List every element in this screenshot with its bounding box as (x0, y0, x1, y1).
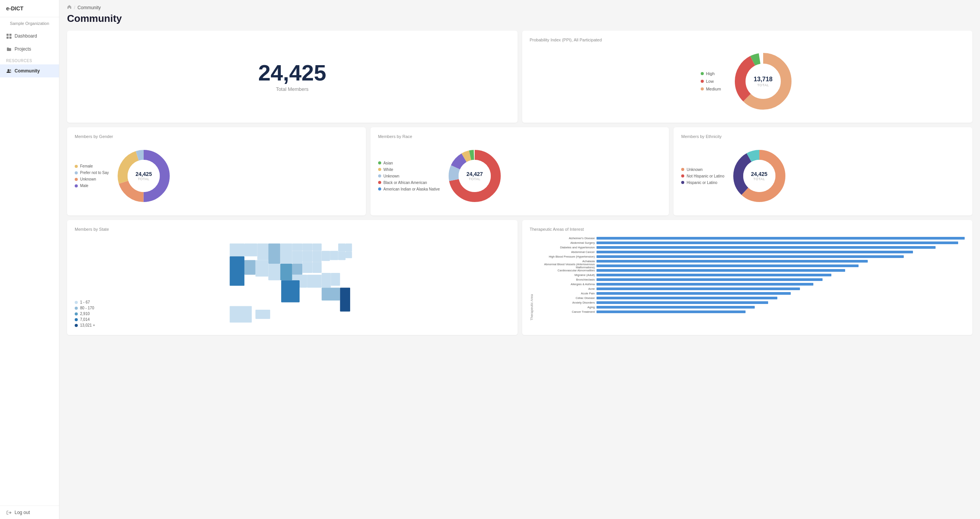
svg-rect-44 (322, 251, 330, 261)
resources-section-label: Resources (0, 56, 59, 64)
ppi-legend-medium: Medium (701, 87, 721, 91)
race-card: Members by Race Asian White Unknown (370, 127, 669, 215)
sidebar: e-DICT Sample Organization Dashboard Pro… (0, 0, 59, 519)
svg-rect-36 (302, 251, 312, 262)
ppi-legend-low: Low (701, 79, 721, 84)
ethnicity-legend: Unknown Not Hispanic or Latino Hispanic … (681, 168, 724, 185)
low-dot (701, 80, 704, 83)
gender-chart-area: Female Prefer not to Say Unknown Male (75, 143, 358, 209)
ppi-donut: 13,718 TOTAL (733, 51, 794, 112)
therapeutic-bar-label: Abnormal Blood Vessels (Arteriovenous Ma… (535, 263, 597, 269)
total-members-card: 24,425 Total Members (67, 31, 518, 123)
svg-rect-54 (307, 275, 321, 288)
svg-rect-3 (9, 36, 11, 39)
svg-rect-58 (230, 306, 252, 322)
therapeutic-bar-label: Cancer Treatment (535, 310, 597, 314)
therapeutic-bar-row: Migraine (Adult) (535, 273, 965, 277)
therapeutic-bar-label: Aging (535, 306, 597, 309)
therapeutic-bar-fill (597, 306, 755, 309)
svg-rect-27 (244, 243, 257, 256)
projects-label: Projects (15, 46, 31, 52)
svg-point-5 (10, 69, 11, 71)
logout-icon (6, 510, 11, 515)
svg-rect-45 (330, 251, 338, 260)
therapeutic-bar-label: Bronchiectasis (535, 278, 597, 281)
therapeutic-bar-fill (597, 260, 868, 263)
therapeutic-bar-row: Celiac Disease (535, 296, 965, 300)
therapeutic-bar-row: Allergies & Asthma (535, 282, 965, 286)
logout-button[interactable]: Log out (0, 506, 59, 519)
therapeutic-bar-fill (597, 283, 814, 286)
therapeutic-bar-label: High Blood Pressure (Hypertension) (535, 255, 597, 258)
therapeutic-bar-fill (597, 264, 859, 267)
breadcrumb-home[interactable] (67, 5, 72, 10)
svg-rect-59 (256, 310, 270, 319)
sidebar-item-dashboard[interactable]: Dashboard (0, 30, 59, 43)
therapeutic-title: Therapeutic Areas of Interest (530, 227, 965, 232)
svg-rect-47 (346, 243, 352, 252)
race-legend: Asian White Unknown Black or African Ame… (378, 161, 440, 191)
svg-rect-50 (322, 273, 331, 287)
therapeutic-bar-label: Anxiety Disorders (535, 301, 597, 304)
svg-rect-55 (281, 280, 300, 302)
gender-male: Male (75, 184, 109, 188)
high-dot (701, 72, 704, 75)
prefer-dot (75, 171, 78, 174)
ppi-title: Probability Index (PPI), All Participate… (530, 38, 965, 42)
race-white: White (378, 168, 440, 172)
svg-rect-26 (230, 243, 244, 256)
female-label: Female (80, 164, 93, 168)
app-logo: e-DICT (0, 0, 59, 17)
therapeutic-bar-row: Cancer Treatment (535, 310, 965, 314)
female-dot (75, 165, 78, 168)
ppi-chart-area: High Low Medium (530, 47, 965, 116)
svg-point-4 (7, 69, 9, 71)
low-label: Low (706, 79, 714, 84)
breadcrumb: / Community (67, 0, 972, 13)
middle-cards-row: Members by Gender Female Prefer not to S… (67, 127, 972, 215)
breadcrumb-current: Community (77, 5, 101, 10)
medium-label: Medium (706, 87, 721, 91)
race-title: Members by Race (378, 134, 662, 139)
svg-rect-39 (302, 262, 312, 273)
therapeutic-bar-fill (597, 274, 832, 276)
therapeutic-bar-label: Cardiovascular Abnormalities (535, 269, 597, 272)
ethnicity-chart-area: Unknown Not Hispanic or Latino Hispanic … (681, 143, 965, 209)
state-map-card: Members by State (67, 220, 518, 335)
map-legend-4: 7,014 (75, 317, 95, 322)
therapeutic-bar-fill (597, 269, 845, 272)
svg-rect-52 (322, 287, 340, 301)
therapeutic-bar-label: Acute Pain (535, 292, 597, 295)
therapeutic-bar-row: Abdominal Cancer (535, 250, 965, 254)
therapeutic-bar-row: Alzheimer's Disease (535, 236, 965, 240)
therapeutic-bar-row: High Blood Pressure (Hypertension) (535, 255, 965, 259)
community-label: Community (15, 68, 40, 74)
therapeutic-bar-row: Aging (535, 305, 965, 309)
race-asian: Asian (378, 161, 440, 165)
therapeutic-bar-fill (597, 241, 958, 244)
gender-prefer: Prefer not to Say (75, 171, 109, 175)
therapeutic-bar-fill (597, 237, 965, 240)
race-chart-area: Asian White Unknown Black or African Ame… (378, 143, 662, 209)
svg-rect-48 (338, 252, 346, 260)
svg-rect-46 (338, 243, 346, 252)
svg-point-25 (743, 160, 775, 192)
high-label: High (706, 71, 715, 76)
sidebar-item-community[interactable]: Community (0, 64, 59, 77)
therapeutic-chart-wrapper: Therapeutic Area Alzheimer's DiseaseAbdo… (530, 236, 965, 320)
total-members-number: 24,425 (258, 62, 326, 84)
sidebar-item-projects[interactable]: Projects (0, 43, 59, 56)
male-label: Male (80, 184, 88, 188)
therapeutic-bar-row: Diabetes and Hypertension (535, 245, 965, 250)
svg-rect-40 (313, 262, 322, 273)
therapeutic-bar-fill (597, 251, 913, 253)
map-legend-2: 80 - 170 (75, 306, 95, 310)
map-svg-container (75, 236, 510, 328)
svg-rect-2 (7, 36, 9, 39)
gender-title: Members by Gender (75, 134, 358, 139)
gender-unknown: Unknown (75, 177, 109, 181)
state-map-title: Members by State (75, 227, 510, 232)
svg-point-10 (746, 64, 780, 98)
gender-female: Female (75, 164, 109, 168)
therapeutic-bar-row: Abnormal Blood Vessels (Arteriovenous Ma… (535, 264, 965, 268)
